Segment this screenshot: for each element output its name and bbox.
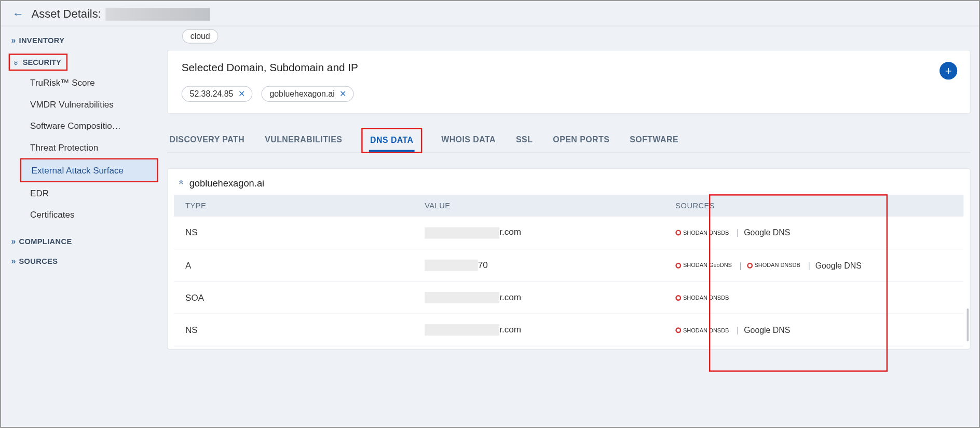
chevron-down-icon: » <box>11 61 21 63</box>
remove-chip-icon[interactable]: ✕ <box>238 89 245 99</box>
source-separator: | <box>808 260 810 271</box>
source-text: Google DNS <box>744 326 790 335</box>
sidebar-item-external-attack-surface[interactable]: External Attack Surface <box>21 159 157 181</box>
chevron-right-icon: » <box>11 237 14 246</box>
sidebar-item-edr[interactable]: EDR <box>1 182 160 204</box>
shodan-icon <box>675 328 681 333</box>
page-title: Asset Details: <box>32 7 210 21</box>
filter-chip-domain[interactable]: gobluehexagon.ai ✕ <box>262 86 354 102</box>
dns-domain-title: gobluehexagon.ai <box>189 178 265 189</box>
tab-discovery-path[interactable]: DISCOVERY PATH <box>168 130 246 153</box>
filter-chip-label: 52.38.24.85 <box>190 89 234 99</box>
page-title-text: Asset Details: <box>32 7 101 20</box>
sidebar-item-trurisk[interactable]: TruRisk™ Score <box>1 72 160 93</box>
dns-card-header: » gobluehexagon.ai <box>168 178 970 195</box>
sidebar-section-label: COMPLIANCE <box>19 237 72 246</box>
chevron-right-icon: » <box>11 257 14 266</box>
tab-open-ports[interactable]: OPEN PORTS <box>552 130 611 153</box>
col-header-value: VALUE <box>425 202 675 210</box>
shodan-icon <box>675 295 681 301</box>
scrollbar-thumb[interactable] <box>967 309 969 341</box>
main-content: cloud Selected Domain, Subdomain and IP … <box>160 26 980 428</box>
value-suffix: 70 <box>478 259 488 270</box>
source-badge: SHODAN DNSDB <box>675 295 729 301</box>
filter-chip-label: gobluehexagon.ai <box>269 89 334 99</box>
cell-value: r.com <box>425 324 675 336</box>
cell-value: r.com <box>425 227 675 238</box>
cell-sources: SHODAN DNSDB|Google DNS <box>675 228 963 238</box>
sidebar-section-label: INVENTORY <box>19 36 64 45</box>
dns-data-card: » gobluehexagon.ai TYPE VALUE SOURCES NS… <box>167 168 971 350</box>
collapse-icon[interactable]: » <box>175 182 185 184</box>
sidebar-item-eas-highlight: External Attack Surface <box>20 158 158 182</box>
shodan-icon <box>675 230 681 236</box>
sidebar-item-sca[interactable]: Software Compositio… <box>1 115 160 137</box>
sidebar-section-label: SECURITY <box>23 58 61 66</box>
source-text: Google DNS <box>744 228 790 237</box>
source-separator: | <box>737 228 739 238</box>
redacted-value <box>425 260 478 271</box>
source-badge: SHODAN DNSDB <box>747 262 800 269</box>
tab-whois-data[interactable]: WHOIS DATA <box>440 130 497 153</box>
cell-sources: SHODAN DNSDB <box>675 292 963 303</box>
source-text: Google DNS <box>815 261 862 270</box>
sidebar-section-compliance[interactable]: » COMPLIANCE <box>1 232 160 251</box>
table-row: NSr.comSHODAN DNSDB|Google DNS <box>174 217 963 249</box>
redacted-value <box>425 292 499 303</box>
value-suffix: r.com <box>499 227 521 237</box>
value-suffix: r.com <box>499 324 521 335</box>
selection-panel-title: Selected Domain, Subdomain and IP <box>182 62 956 74</box>
selection-panel: Selected Domain, Subdomain and IP + 52.3… <box>167 50 971 114</box>
cell-type: NS <box>174 228 425 238</box>
redacted-value <box>425 227 499 238</box>
cell-sources: SHODAN DNSDB|Google DNS <box>675 325 963 336</box>
source-badge: SHODAN GeoDNS <box>675 262 732 269</box>
col-header-sources: SOURCES <box>675 202 963 210</box>
sidebar-item-threat-protection[interactable]: Threat Protection <box>1 137 160 158</box>
sidebar: » INVENTORY » SECURITY TruRisk™ Score VM… <box>1 26 160 428</box>
col-header-type: TYPE <box>174 202 425 210</box>
sidebar-section-security[interactable]: » SECURITY <box>9 54 67 71</box>
sidebar-section-label: SOURCES <box>19 257 58 266</box>
source-badge: SHODAN DNSDB <box>675 327 729 333</box>
tab-dns-data-highlight: DNS DATA <box>361 128 423 153</box>
chevron-right-icon: » <box>11 35 14 45</box>
cell-value: r.com <box>425 292 675 303</box>
cell-type: NS <box>174 325 425 336</box>
source-separator: | <box>740 260 742 271</box>
dns-table: TYPE VALUE SOURCES NSr.comSHODAN DNSDB|G… <box>168 195 970 347</box>
add-button[interactable]: + <box>940 62 957 79</box>
redacted-value <box>425 325 499 336</box>
filter-chip-ip[interactable]: 52.38.24.85 ✕ <box>182 86 252 102</box>
plus-icon: + <box>945 64 952 78</box>
source-separator: | <box>737 325 739 336</box>
tab-vulnerabilities[interactable]: VULNERABILITIES <box>264 130 344 153</box>
tab-ssl[interactable]: SSL <box>515 130 534 153</box>
table-row: A70SHODAN GeoDNS|SHODAN DNSDB|Google DNS <box>174 249 963 282</box>
shodan-icon <box>747 262 753 268</box>
remove-chip-icon[interactable]: ✕ <box>339 89 346 99</box>
cell-type: SOA <box>174 292 425 303</box>
sidebar-item-vmdr[interactable]: VMDR Vulnerabilities <box>1 93 160 115</box>
tag-cloud[interactable]: cloud <box>182 29 219 44</box>
cell-type: A <box>174 260 425 271</box>
tab-bar: DISCOVERY PATH VULNERABILITIES DNS DATA … <box>167 128 971 153</box>
sidebar-section-sources[interactable]: » SOURCES <box>1 251 160 271</box>
sidebar-section-inventory[interactable]: » INVENTORY <box>1 30 160 50</box>
filter-chip-row: 52.38.24.85 ✕ gobluehexagon.ai ✕ <box>182 86 956 102</box>
redacted-asset-name <box>105 8 210 21</box>
value-suffix: r.com <box>499 292 521 302</box>
table-row: NSr.comSHODAN DNSDB|Google DNS <box>174 314 963 347</box>
sidebar-item-certificates[interactable]: Certificates <box>1 204 160 225</box>
dns-table-header: TYPE VALUE SOURCES <box>174 195 963 217</box>
tab-dns-data[interactable]: DNS DATA <box>369 130 415 152</box>
shodan-icon <box>675 262 681 268</box>
cell-sources: SHODAN GeoDNS|SHODAN DNSDB|Google DNS <box>675 260 963 271</box>
cell-value: 70 <box>425 259 675 271</box>
table-row: SOAr.comSHODAN DNSDB <box>174 282 963 314</box>
source-badge: SHODAN DNSDB <box>675 230 729 236</box>
back-arrow-icon[interactable]: ← <box>12 7 24 21</box>
tab-software[interactable]: SOFTWARE <box>629 130 680 153</box>
page-header: ← Asset Details: <box>1 1 980 26</box>
tag-row: cloud <box>167 26 971 50</box>
